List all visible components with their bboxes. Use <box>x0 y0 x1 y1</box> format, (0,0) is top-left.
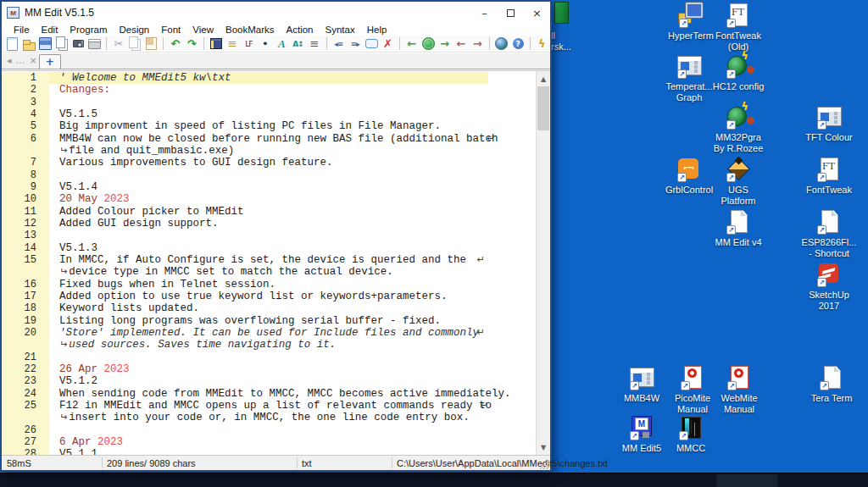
desktop-icon-hidden-partial[interactable]: llrsk... <box>551 2 585 53</box>
next-change-icon[interactable]: → <box>470 36 485 52</box>
editor-line[interactable]: ↵used sources. Saves time navigating to … <box>2 339 488 351</box>
menu-syntax[interactable]: Syntax <box>320 25 361 35</box>
desktop-icon-esp8266fl-shortcut[interactable]: ↗ESP8266Fl...- Shortcut <box>793 208 865 259</box>
snapshot-icon[interactable] <box>71 36 86 52</box>
editor-line[interactable]: 276 Apr 2023 <box>2 436 488 448</box>
editor-line[interactable]: 1020 May 2023 <box>2 193 488 205</box>
desktop-icon-ugs-platform[interactable]: ↗UGSPlatform <box>703 156 774 207</box>
nav-forward-icon[interactable]: → <box>437 36 452 52</box>
editor-line[interactable]: 4V5.1.5 <box>2 108 488 120</box>
cut-icon[interactable]: ✂ <box>111 36 125 52</box>
keyword-list-icon[interactable]: ≡ <box>225 36 239 52</box>
redo-icon[interactable]: ↷ <box>185 36 199 52</box>
menu-file[interactable]: File <box>8 25 36 35</box>
new-tab-button[interactable]: + <box>39 54 61 69</box>
editor-line[interactable]: 13 <box>2 230 488 241</box>
menu-program[interactable]: Program <box>64 25 113 35</box>
tab-close-icon[interactable]: × <box>30 55 37 66</box>
list-icon[interactable]: ≡ <box>307 36 321 52</box>
taskbar[interactable] <box>0 473 868 487</box>
editor-line[interactable]: 26 <box>2 424 488 436</box>
editor-line[interactable]: 23V5.1.2 <box>2 375 488 387</box>
save-icon[interactable] <box>38 36 53 52</box>
editor-line[interactable]: 24When sending code from MMEdit to MMCC,… <box>2 388 488 400</box>
editor-line[interactable]: 2Changes: <box>2 84 488 96</box>
editor-line[interactable]: 18Keyword lists updated. <box>2 302 488 314</box>
editor-line[interactable]: 19Listing long programs was overflowing … <box>2 315 488 327</box>
menu-bookmarks[interactable]: BookMarks <box>220 25 281 35</box>
outdent-icon[interactable]: ≡▸ <box>348 36 362 52</box>
desktop-icon-fonttweak-old[interactable]: ↗FontTweak(Old) <box>703 2 774 53</box>
editor-line[interactable]: 2226 Apr 2023 <box>2 363 488 375</box>
indent-icon[interactable]: ◂≡ <box>331 36 346 52</box>
editor-line[interactable]: 3 <box>2 97 488 108</box>
resize-grip[interactable] <box>539 459 549 469</box>
undo-icon[interactable]: ↶ <box>168 36 182 52</box>
editor-line[interactable]: 14V5.1.3 <box>2 242 488 254</box>
editor-line[interactable]: ↵device type in MMCC set to match the ac… <box>2 266 488 278</box>
desktop-icon-mm32pgra[interactable]: ↗MM32PgraBy R.Rozee <box>703 103 774 154</box>
menu-edit[interactable]: Edit <box>36 25 64 35</box>
menu-help[interactable]: Help <box>361 25 393 35</box>
run-icon[interactable] <box>420 36 435 52</box>
save-all-icon[interactable] <box>54 36 69 52</box>
editor-line[interactable]: 21 <box>2 351 488 363</box>
whitespace-icon[interactable]: • <box>258 36 272 52</box>
font-icon[interactable]: A <box>275 36 289 52</box>
editor-line[interactable]: 6MMB4W can now be closed before running … <box>2 133 488 145</box>
close-button[interactable]: × <box>524 2 550 24</box>
maximize-button[interactable] <box>498 2 524 24</box>
new-file-icon[interactable] <box>5 36 19 52</box>
prev-change-icon[interactable]: ← <box>453 36 468 52</box>
uncomment-icon[interactable]: ✗ <box>381 36 395 52</box>
desktop-icon-fonttweak[interactable]: ↗FontTweak <box>793 156 865 196</box>
vertical-scrollbar[interactable]: ▲ ▼ <box>536 70 550 455</box>
scroll-up-icon[interactable]: ▲ <box>537 72 550 86</box>
editor-line[interactable]: 5Big improvment in speed of listing PC f… <box>2 120 488 132</box>
editor-line[interactable]: 15In MMCC, if Auto Configure is set, the… <box>2 254 488 266</box>
editor-line[interactable]: ↵insert into your code or, in MMCC, the … <box>2 412 488 423</box>
desktop-icon-sketchup-2017[interactable]: ↗SketchUp2017 <box>793 261 865 312</box>
desktop-icon-mmcc[interactable]: ↗MMCC <box>655 414 726 454</box>
line-ending-icon[interactable]: LF <box>242 36 256 52</box>
macro-icon[interactable]: ϟ <box>535 36 549 52</box>
menu-view[interactable]: View <box>186 25 220 35</box>
open-folder-icon[interactable] <box>21 36 36 52</box>
font-size-icon[interactable]: A↕ <box>291 36 305 52</box>
menu-action[interactable]: Action <box>281 25 320 35</box>
desktop-icon-hc12-config[interactable]: ↗HC12 config <box>703 53 774 92</box>
editor-line[interactable]: 11Added Colour picker to MMEdit <box>2 206 488 218</box>
editor-line[interactable]: 17Added option to use true keyword list … <box>2 291 488 302</box>
desktop-icon-mm-edit-v4[interactable]: ↗MM Edit v4 <box>703 208 774 248</box>
minimize-button[interactable]: – <box>471 2 498 24</box>
taskbar-item[interactable] <box>716 474 777 487</box>
paste-icon[interactable] <box>144 36 159 52</box>
print-icon[interactable] <box>87 36 102 52</box>
tab-scroll-left-icon[interactable]: ◂ <box>7 55 12 66</box>
editor-line[interactable]: 28V5.1.1 <box>2 448 488 455</box>
scroll-down-icon[interactable]: ▼ <box>537 440 550 454</box>
web-icon[interactable] <box>494 36 509 52</box>
desktop-icon-tft-colour[interactable]: ↗TFT Colour <box>793 103 865 143</box>
editor-line[interactable]: ↵file and quit_mmbasic.exe) <box>2 145 488 157</box>
menu-design[interactable]: Design <box>113 25 155 35</box>
desktop-icon-tera-term[interactable]: ↗Tera Term <box>796 364 867 404</box>
editor-line[interactable]: 25F12 in MMEdit and MMCC opens up a list… <box>2 400 488 412</box>
editor-line[interactable]: 1' Welcome to MMEdit5 kw\txt <box>2 72 488 84</box>
desktop-icon-webmite-manual[interactable]: ↗WebMiteManual <box>704 364 775 415</box>
file-manager-icon[interactable] <box>209 36 223 52</box>
editor-line[interactable]: 8 <box>2 169 488 181</box>
title-bar[interactable]: MM Edit V5.1.5 – × <box>2 2 550 24</box>
text-editor-area[interactable]: 1' Welcome to MMEdit5 kw\txt2Changes:34V… <box>2 70 550 455</box>
editor-line[interactable]: 12Added GUI design support. <box>2 218 488 230</box>
help-icon[interactable] <box>510 36 525 52</box>
scrollbar-thumb[interactable] <box>537 86 549 130</box>
editor-line[interactable]: 7Various improvements to GUI design feat… <box>2 157 488 169</box>
editor-line[interactable]: 16Fixed bugs when in Telnet session. <box>2 279 488 291</box>
nav-back-icon[interactable]: ← <box>404 36 419 52</box>
editor-line[interactable]: 9V5.1.4 <box>2 181 488 193</box>
editor-line[interactable]: 20'Store' implemented. It can be used fo… <box>2 327 488 339</box>
menu-font[interactable]: Font <box>155 25 186 35</box>
copy-icon[interactable] <box>128 36 142 52</box>
comment-icon[interactable] <box>364 36 378 52</box>
